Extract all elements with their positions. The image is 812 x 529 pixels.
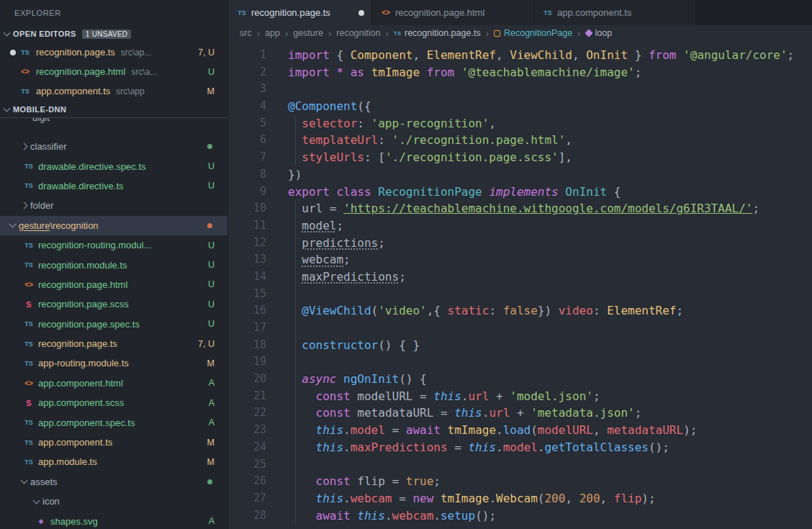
line-number[interactable]: 5 [228,115,288,132]
breadcrumb-file[interactable]: recognition.page.ts [394,28,481,38]
code-line[interactable]: 8}) [228,166,812,184]
open-editor-recognition-page-html[interactable]: recognition.page.html src\a... U [0,62,227,81]
code-line[interactable]: 23 this.model = await tmImage.load(model… [228,422,812,439]
breadcrumb-class[interactable]: RecognitionPage [494,28,572,38]
code-line[interactable]: 16 @ViewChild('video',{ static: false}) … [228,302,812,320]
breadcrumb-symbol[interactable]: loop [586,28,613,38]
tree-item-app-component-scss[interactable]: app.component.scss A [0,393,227,412]
line-number[interactable]: 21 [228,388,288,405]
tree-item-app-component-spec-ts[interactable]: app.component.spec.ts A [0,412,227,432]
open-editor-app-component-ts[interactable]: app.component.ts src\app M [0,81,227,101]
unsaved-dot[interactable] [358,10,364,16]
line-number[interactable]: 28 [228,507,288,525]
line-number[interactable]: 4 [228,98,288,115]
tree-item-app-routing-module-ts[interactable]: app-routing.module.ts M [0,353,227,373]
unsaved-dot[interactable] [7,47,19,58]
code-line[interactable]: 14 maxPredictions; [228,268,812,286]
line-number[interactable]: 9 [228,184,288,201]
code-line[interactable]: 21 const modelURL = this.url + 'model.js… [228,388,812,405]
line-number[interactable]: 12 [228,235,288,252]
explorer-sidebar: EXPLORER OPEN EDITORS 1 UNSAVED recognit… [0,0,228,529]
code-line[interactable]: 5 selector: 'app-recognition', [228,115,812,132]
code-line[interactable]: 28 await this.webcam.setup(); [228,507,812,525]
tree-item-app-module-ts[interactable]: app.module.ts M [0,452,227,471]
line-number[interactable]: 7 [228,149,288,166]
code-line[interactable]: 11 model; [228,217,812,235]
tree-item-digit[interactable]: digit [0,118,227,137]
line-number[interactable]: 17 [228,320,288,337]
code-line[interactable]: 18 constructor() { } [228,337,812,354]
line-number[interactable]: 10 [228,200,288,217]
line-number[interactable]: 1 [228,47,288,64]
breadcrumb-src[interactable]: src [240,28,252,38]
code-line[interactable]: 3 [228,81,812,98]
code-line[interactable]: 7 styleUrls: ['./recognition.page.scss']… [228,149,812,166]
code-line[interactable]: 27 this.webcam = new tmImage.Webcam(200,… [228,490,812,507]
line-number[interactable]: 11 [228,217,288,235]
tree-item-recognition-routing-module[interactable]: recognition-routing.modul... U [0,235,227,255]
tree-item-classifier[interactable]: classifier [0,137,227,156]
line-number[interactable]: 24 [228,439,288,456]
code-editor[interactable]: 1import { Component, ElementRef, ViewChi… [228,41,812,529]
code-line[interactable]: 1import { Component, ElementRef, ViewChi… [228,47,812,64]
line-number[interactable]: 23 [228,422,288,439]
breadcrumb-gesture[interactable]: gesture [293,28,323,38]
git-badge: M [207,457,215,467]
code-line[interactable]: 20 async ngOnInit() { [228,371,812,388]
code-line[interactable]: 15 [228,286,812,303]
line-number[interactable]: 27 [228,490,288,507]
tree-item-app-component-ts[interactable]: app.component.ts M [0,433,227,452]
line-number[interactable]: 19 [228,353,288,371]
line-number[interactable]: 14 [228,268,288,286]
code-line[interactable]: 13 webcam; [228,251,812,268]
code-line[interactable]: 19 [228,353,812,371]
close-icon[interactable] [7,66,19,78]
tree-item-icon[interactable]: icon [0,492,227,511]
tab-app-component-ts[interactable]: app.component.ts [534,0,696,25]
tree-item-recognition-page-scss[interactable]: recognition.page.scss U [0,294,227,314]
line-number[interactable]: 6 [228,132,288,149]
tree-item-assets[interactable]: assets [0,472,227,492]
tree-item-folder[interactable]: folder [0,196,227,215]
tree-item-recognition-page-html[interactable]: recognition.page.html U [0,275,227,294]
line-number[interactable]: 8 [228,166,288,184]
code-line[interactable]: 10 url = 'https://teachablemachine.withg… [228,200,812,217]
code-line[interactable]: 4@Component({ [228,98,812,115]
tab-recognition-page-html[interactable]: recognition.page.html [372,0,534,25]
tree-item-recognition-page-ts[interactable]: recognition.page.ts 7, U [0,334,227,353]
git-badge: 7, U [198,339,215,349]
close-icon[interactable] [7,86,19,97]
code-line[interactable]: 25 [228,456,812,474]
tree-item-drawable-directive-spec-ts[interactable]: drawable.directive.spec.ts U [0,156,227,176]
breadcrumb-recognition[interactable]: recognition [336,28,380,38]
line-number[interactable]: 22 [228,404,288,422]
code-line[interactable]: 22 const metadataURL = this.url + 'metad… [228,404,812,422]
line-number[interactable]: 13 [228,251,288,268]
open-editor-recognition-page-ts[interactable]: recognition.page.ts src\ap... 7, U [0,42,227,62]
line-number[interactable]: 26 [228,473,288,490]
open-editors-header[interactable]: OPEN EDITORS 1 UNSAVED [0,25,227,42]
code-line[interactable]: 24 this.maxPredictions = this.model.getT… [228,439,812,456]
tree-item-gesture-recognition[interactable]: gesture \ recognition [0,216,227,235]
line-number[interactable]: 25 [228,456,288,474]
line-number[interactable]: 2 [228,64,288,81]
tree-item-app-component-html[interactable]: app.component.html A [0,374,227,393]
line-number[interactable]: 20 [228,371,288,388]
tree-item-recognition-page-spec-ts[interactable]: recognition.page.spec.ts U [0,315,227,334]
line-number[interactable]: 16 [228,302,288,320]
line-number[interactable]: 3 [228,81,288,98]
tab-recognition-page-ts[interactable]: recognition.page.ts [228,0,372,25]
line-number[interactable]: 18 [228,337,288,354]
code-line[interactable]: 17 [228,320,812,337]
line-number[interactable]: 15 [228,286,288,303]
tree-item-drawable-directive-ts[interactable]: drawable.directive.ts U [0,176,227,196]
code-line[interactable]: 6 templateUrl: './recognition.page.html'… [228,132,812,149]
code-line[interactable]: 26 const flip = true; [228,473,812,490]
workspace-header[interactable]: MOBILE-DNN [0,101,227,118]
tree-item-shapes-svg[interactable]: shapes.svg A [0,511,227,529]
code-line[interactable]: 2import * as tmImage from '@teachablemac… [228,64,812,81]
breadcrumb-app[interactable]: app [265,28,280,38]
code-line[interactable]: 12 predictions; [228,235,812,252]
tree-item-recognition-module-ts[interactable]: recognition.module.ts U [0,255,227,274]
code-line[interactable]: 9export class RecognitionPage implements… [228,184,812,201]
